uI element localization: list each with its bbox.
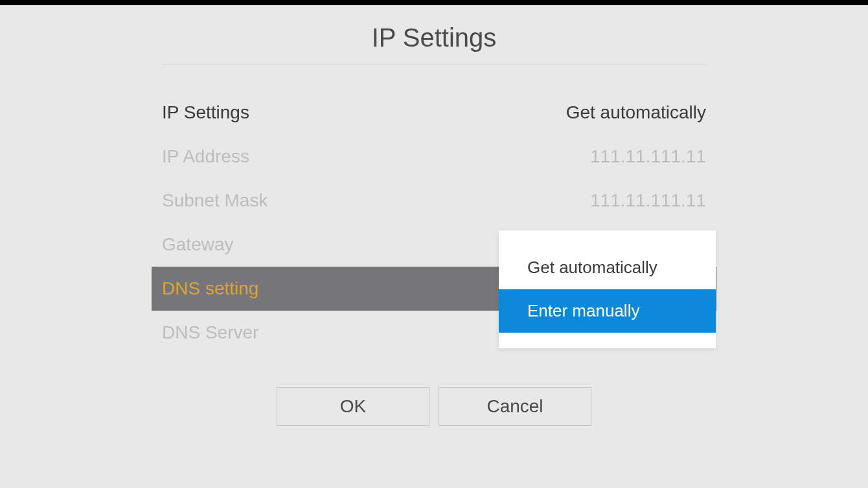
label-dns-setting: DNS setting (162, 278, 258, 299)
settings-container: IP Settings IP Settings Get automaticall… (0, 5, 868, 488)
label-subnet-mask: Subnet Mask (162, 190, 268, 211)
button-row: OK Cancel (162, 387, 706, 426)
page-title: IP Settings (0, 23, 868, 52)
popover-option-enter-manually[interactable]: Enter manually (499, 289, 716, 333)
label-gateway: Gateway (162, 234, 234, 255)
label-ip-settings: IP Settings (162, 102, 249, 123)
label-ip-address: IP Address (162, 146, 249, 167)
dns-setting-popover: Get automatically Enter manually (499, 230, 716, 348)
popover-option-get-automatically[interactable]: Get automatically (499, 246, 716, 289)
value-ip-address: 111.11.111.11 (590, 146, 706, 167)
ok-button[interactable]: OK (277, 387, 429, 426)
row-subnet-mask[interactable]: Subnet Mask 111.11.111.11 (162, 179, 706, 223)
row-ip-settings[interactable]: IP Settings Get automatically (162, 91, 706, 135)
top-bar (0, 0, 868, 5)
row-ip-address[interactable]: IP Address 111.11.111.11 (162, 135, 706, 179)
label-dns-server: DNS Server (162, 322, 258, 343)
cancel-button[interactable]: Cancel (439, 387, 591, 426)
value-subnet-mask: 111.11.111.11 (590, 190, 706, 211)
value-ip-settings: Get automatically (566, 102, 706, 123)
